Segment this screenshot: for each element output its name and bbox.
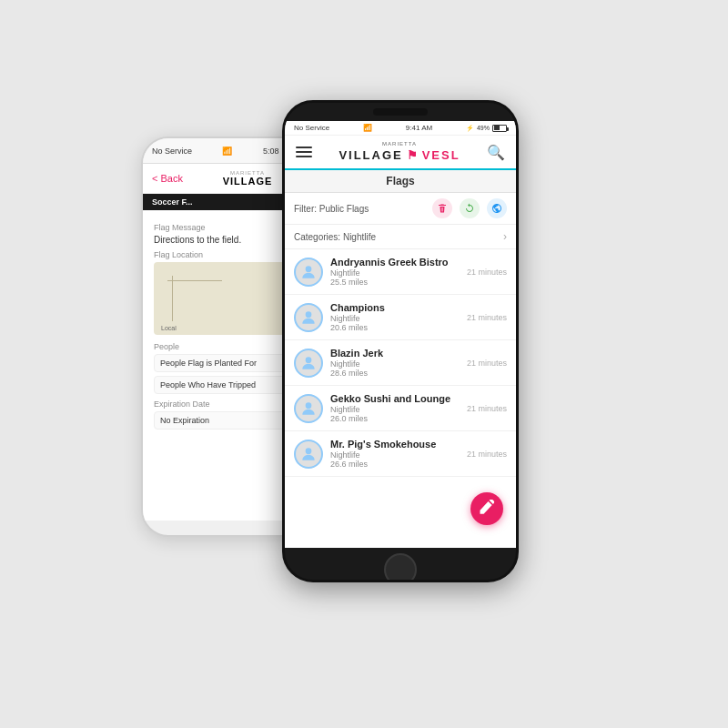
search-button[interactable]: 🔍 <box>487 144 505 161</box>
flag-item-distance: 25.5 miles <box>330 278 460 287</box>
people-tripped-label: People Who Have Tripped <box>160 380 256 389</box>
brand-flag-icon: ⚑ <box>407 148 418 162</box>
flag-item-time: 21 minutes <box>467 313 507 322</box>
front-screen: No Service 📶 9:41 AM ⚡ 49% MARIETTA VILL… <box>285 121 516 548</box>
flag-item-name: Champions <box>330 302 460 313</box>
front-battery-pct: 49% <box>477 125 490 131</box>
front-bluetooth-icon: ⚡ <box>466 125 474 132</box>
flag-item-name: Gekko Sushi and Lounge <box>330 393 460 404</box>
battery-icon <box>492 125 507 132</box>
globe-filter-button[interactable] <box>487 198 507 218</box>
refresh-filter-button[interactable] <box>460 198 480 218</box>
back-wifi-icon: 📶 <box>222 147 232 156</box>
flag-item-info: Gekko Sushi and Lounge Nightlife 26.0 mi… <box>330 393 460 423</box>
front-status-right: ⚡ 49% <box>466 125 507 132</box>
front-time: 9:41 AM <box>406 124 432 132</box>
flag-item-avatar <box>294 394 323 423</box>
flag-item-time: 21 minutes <box>467 450 507 459</box>
flag-list-item[interactable]: Champions Nightlife 20.6 miles 21 minute… <box>285 295 516 340</box>
flag-item-category: Nightlife <box>330 359 460 369</box>
flag-item-info: Mr. Pig's Smokehouse Nightlife 26.6 mile… <box>330 439 460 469</box>
flag-item-category: Nightlife <box>330 314 460 323</box>
flag-list-item[interactable]: Mr. Pig's Smokehouse Nightlife 26.6 mile… <box>285 431 516 477</box>
flag-item-name: Andryannis Greek Bistro <box>330 257 460 268</box>
delete-filter-button[interactable] <box>432 198 452 218</box>
flag-item-avatar <box>294 349 323 378</box>
flag-item-distance: 20.6 miles <box>330 323 460 332</box>
front-wifi-icon: 📶 <box>363 124 372 132</box>
flag-item-name: Mr. Pig's Smokehouse <box>330 439 460 450</box>
back-brand-main: VILLAGE <box>223 176 273 187</box>
flag-item-distance: 26.0 miles <box>330 414 460 423</box>
notch-bar <box>373 108 428 116</box>
flag-item-name: Blazin Jerk <box>330 348 460 359</box>
svg-point-4 <box>306 402 312 409</box>
front-nav-bar: MARIETTA VILLAGE ⚑ VESL 🔍 <box>285 136 516 170</box>
flag-item-avatar <box>294 303 323 332</box>
flag-item-info: Blazin Jerk Nightlife 28.6 miles <box>330 348 460 378</box>
flag-list-item[interactable]: Blazin Jerk Nightlife 28.6 miles 21 minu… <box>285 340 516 386</box>
add-flag-fab-button[interactable] <box>470 492 503 525</box>
flag-item-time: 21 minutes <box>467 359 507 368</box>
svg-point-3 <box>306 357 312 363</box>
brand-vesl: VESL <box>422 148 460 162</box>
front-signal: No Service <box>294 124 329 132</box>
flag-item-category: Nightlife <box>330 450 460 460</box>
map-label: Local <box>161 325 177 331</box>
back-button[interactable]: < Back <box>152 173 183 184</box>
flag-item-category: Nightlife <box>330 405 460 414</box>
expiration-value: No Expiration <box>160 416 209 425</box>
filter-bar: Filter: Public Flags <box>285 193 516 225</box>
categories-chevron-icon: › <box>503 230 507 243</box>
flag-list-item[interactable]: Andryannis Greek Bistro Nightlife 25.5 m… <box>285 249 516 295</box>
flags-title: Flags <box>285 170 516 193</box>
flag-item-category: Nightlife <box>330 268 460 278</box>
svg-point-2 <box>306 311 312 318</box>
flag-item-avatar <box>294 258 323 287</box>
categories-text: Categories: Nightlife <box>294 232 376 242</box>
back-signal: No Service <box>152 147 192 156</box>
categories-bar[interactable]: Categories: Nightlife › <box>285 225 516 249</box>
flag-item-time: 21 minutes <box>467 404 507 413</box>
flag-item-time: 21 minutes <box>467 268 507 277</box>
nav-logo: MARIETTA VILLAGE ⚑ VESL <box>312 141 487 163</box>
brand-marietta: MARIETTA <box>312 141 487 147</box>
phone-notch <box>285 103 516 121</box>
flag-item-avatar <box>294 440 323 469</box>
hamburger-menu-button[interactable] <box>296 147 312 157</box>
flag-item-distance: 26.6 miles <box>330 460 460 469</box>
filter-text: Filter: Public Flags <box>294 204 432 214</box>
front-status-bar: No Service 📶 9:41 AM ⚡ 49% <box>285 121 516 136</box>
flag-item-info: Andryannis Greek Bistro Nightlife 25.5 m… <box>330 257 460 287</box>
brand-village: VILLAGE <box>339 148 402 162</box>
filter-icons <box>432 198 507 218</box>
flag-item-distance: 28.6 miles <box>330 369 460 378</box>
front-phone: No Service 📶 9:41 AM ⚡ 49% MARIETTA VILL… <box>282 100 519 582</box>
svg-point-1 <box>306 266 312 272</box>
back-logo: MARIETTA VILLAGE <box>223 170 273 187</box>
svg-point-5 <box>306 448 312 454</box>
flag-item-info: Champions Nightlife 20.6 miles <box>330 302 460 332</box>
back-time: 5:08 <box>263 147 279 156</box>
flag-list-item[interactable]: Gekko Sushi and Lounge Nightlife 26.0 mi… <box>285 386 516 431</box>
people-planted-label: People Flag is Planted For <box>160 359 257 368</box>
home-button[interactable] <box>384 553 417 582</box>
